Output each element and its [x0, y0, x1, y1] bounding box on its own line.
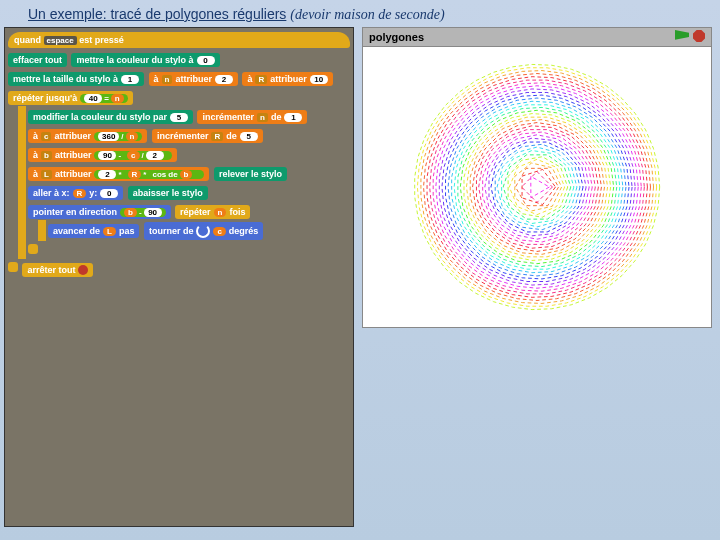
- block-move[interactable]: avancer deLpas: [48, 224, 139, 238]
- op-equals: 40=n: [80, 94, 128, 103]
- block-pen-color[interactable]: mettre la couleur du stylo à0: [71, 53, 219, 67]
- block-pen-down[interactable]: abaisser le stylo: [128, 186, 208, 200]
- project-title: polygones: [369, 31, 424, 43]
- block-pen-up[interactable]: relever le stylo: [214, 167, 287, 181]
- op-div: 360/n: [94, 132, 142, 141]
- val-input[interactable]: 1: [284, 113, 302, 122]
- op-mul: 2*R*cosdeb: [94, 170, 204, 179]
- turn-icon: [196, 224, 210, 238]
- val-input[interactable]: 1: [121, 75, 139, 84]
- stop-icon: [78, 265, 88, 275]
- val-input[interactable]: 5: [170, 113, 188, 122]
- stage-canvas: [362, 47, 712, 328]
- var-dropdown[interactable]: R: [255, 75, 267, 84]
- block-set-L[interactable]: àLattribuer 2*R*cosdeb: [28, 167, 209, 181]
- var-dropdown[interactable]: b: [41, 151, 52, 160]
- green-flag-icon[interactable]: [675, 30, 689, 44]
- block-change-pen-color[interactable]: modifier la couleur du stylo par5: [28, 110, 193, 124]
- block-set-c[interactable]: àcattribuer 360/n: [28, 129, 147, 143]
- hat-when-key-pressed[interactable]: quand espace est pressé: [8, 32, 350, 48]
- block-set-n[interactable]: ànattribuer2: [149, 72, 238, 86]
- loop-cap: [28, 244, 38, 254]
- val-input[interactable]: 5: [240, 132, 258, 141]
- var-dropdown[interactable]: L: [41, 170, 52, 179]
- val-input[interactable]: 0: [197, 56, 215, 65]
- loop-cap: [8, 262, 18, 272]
- stop-sign-icon[interactable]: [693, 30, 705, 42]
- block-set-b[interactable]: àbattribuer 90-c/2: [28, 148, 177, 162]
- var-dropdown[interactable]: R: [211, 132, 223, 141]
- val-input[interactable]: 10: [310, 75, 328, 84]
- block-repeat-until[interactable]: répéter jusqu'à 40=n: [8, 91, 133, 105]
- op-sub: 90-c/2: [94, 151, 171, 160]
- var-dropdown[interactable]: c: [41, 132, 51, 141]
- var-dropdown[interactable]: n: [162, 75, 173, 84]
- stage-header: polygones: [362, 27, 712, 47]
- block-turn[interactable]: tourner decdegrés: [144, 222, 263, 240]
- block-set-R[interactable]: àRattribuer10: [242, 72, 332, 86]
- scratch-scripts-panel: quand espace est pressé effacer tout met…: [4, 27, 354, 527]
- key-dropdown[interactable]: espace: [44, 36, 77, 45]
- val-input[interactable]: 2: [215, 75, 233, 84]
- polygon-spiral-output: [407, 57, 667, 317]
- slide-title: Un exemple: tracé de polygones réguliers…: [0, 0, 720, 27]
- block-goto[interactable]: aller à x:Ry:0: [28, 186, 123, 200]
- block-repeat[interactable]: répéternfois: [175, 205, 250, 219]
- op-sub: b-90: [120, 208, 166, 217]
- block-inc-R[interactable]: incrémenterRde5: [152, 129, 263, 143]
- var-dropdown[interactable]: n: [257, 113, 268, 122]
- block-clear[interactable]: effacer tout: [8, 53, 67, 67]
- val-input[interactable]: 0: [100, 189, 118, 198]
- block-pen-size[interactable]: mettre la taille du stylo à1: [8, 72, 144, 86]
- block-inc-n[interactable]: incrémenternde1: [197, 110, 307, 124]
- block-stop-all[interactable]: arrêter tout: [22, 263, 93, 277]
- block-point-dir[interactable]: pointer en direction b-90: [28, 205, 171, 219]
